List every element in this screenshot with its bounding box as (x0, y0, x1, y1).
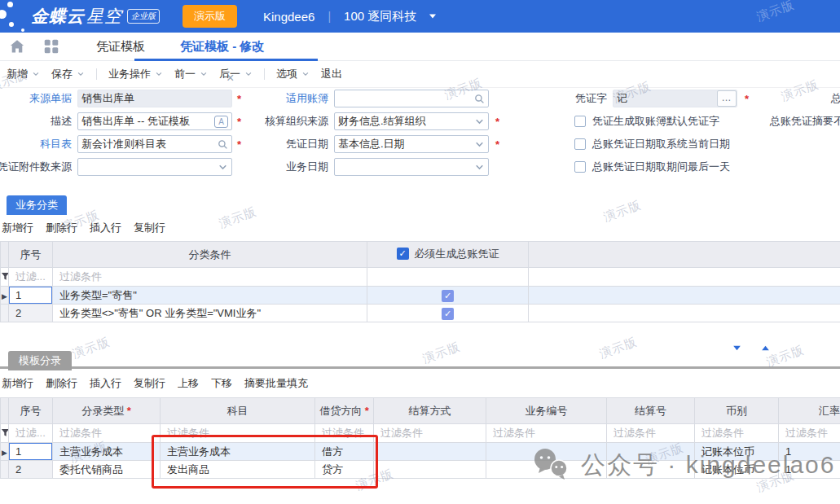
add-row-button[interactable]: 新增行 (2, 376, 33, 391)
settlement-no-cell[interactable] (607, 443, 695, 461)
delete-row-button[interactable]: 删除行 (46, 376, 77, 391)
options-button[interactable]: 选项 (276, 67, 310, 81)
settlement-no-cell[interactable] (607, 461, 695, 479)
new-button[interactable]: 新增 (7, 67, 40, 81)
business-no-cell[interactable] (486, 443, 607, 461)
search-icon[interactable] (218, 139, 228, 150)
tab-template-entries[interactable]: 模板分录 (8, 351, 72, 370)
condition-cell[interactable]: 业务类型="寄售" (53, 287, 367, 305)
direction-cell[interactable]: 借方 (315, 443, 374, 461)
business-operation-button[interactable]: 业务操作 (108, 67, 163, 81)
filter-cell[interactable] (367, 268, 529, 287)
required-asterisk: * (495, 135, 499, 153)
checkbox-unchecked[interactable] (574, 116, 586, 127)
collapse-up-icon[interactable] (760, 343, 771, 353)
copy-row-button[interactable]: 复制行 (134, 376, 165, 391)
filter-cell-condition[interactable]: 过滤条件 (53, 268, 367, 287)
voucher-date-select[interactable]: 基本信息.日期 (334, 135, 489, 153)
tab-voucher-template-edit[interactable]: 凭证模板 - 修改 (172, 33, 355, 60)
add-row-button[interactable]: 新增行 (2, 221, 33, 235)
row-marker-cell: ▶ (1, 287, 9, 305)
app-grid-icon[interactable] (44, 39, 59, 54)
accounting-org-source-select[interactable]: 财务信息.结算组织 (334, 112, 489, 130)
required-asterisk: * (495, 112, 499, 130)
organization-selector[interactable]: 100 逐同科技 (344, 9, 416, 24)
save-button[interactable]: 保存 (51, 67, 85, 81)
entry-type-cell[interactable]: 委托代销商品 (53, 461, 161, 479)
filter-cell-seq[interactable]: 过滤... (9, 268, 53, 287)
exit-button[interactable]: 退出 (321, 67, 342, 81)
empty-cell (529, 305, 840, 322)
applicable-book-field[interactable] (334, 90, 489, 107)
applicable-book-label[interactable]: 适用账簿 (240, 90, 328, 107)
settlement-method-cell[interactable] (374, 461, 486, 479)
next-button[interactable]: 后一 (219, 67, 253, 81)
description-field[interactable]: 销售出库单 -- 凭证模板A (77, 112, 232, 130)
filter-cell[interactable]: 过滤条件 (53, 424, 161, 443)
demo-version-button[interactable]: 演示版 (183, 5, 237, 28)
checkbox-unchecked[interactable] (574, 138, 586, 150)
voucher-template-form: 来源单据 销售出库单 * 适用账簿 凭证字 记 … * 总 描述 销售出库单 -… (0, 88, 840, 195)
row-checkbox-checked[interactable] (442, 308, 454, 320)
exchange-rate-cell[interactable]: 1 (779, 443, 840, 461)
logo-dots-decoration (0, 0, 28, 33)
entry-type-cell[interactable]: 主营业务成本 (53, 443, 161, 461)
org-caret-down-icon[interactable] (428, 11, 438, 21)
condition-cell[interactable]: 业务类型<>"寄售" OR 业务类型="VMI业务" (53, 305, 367, 322)
filter-cell[interactable]: 过滤条件 (695, 424, 779, 443)
seq-cell[interactable]: 1 (9, 443, 53, 461)
previous-button[interactable]: 前一 (174, 67, 208, 81)
copy-row-button[interactable]: 复制行 (134, 221, 165, 235)
clipped-label-right: 总账凭证摘要不 (770, 112, 840, 130)
filter-cell[interactable]: 过滤条件 (779, 424, 840, 443)
document-tabbar: 凭证模板 凭证模板 - 修改 × (0, 33, 840, 61)
chevron-down-icon[interactable] (474, 116, 485, 127)
source-bill-field[interactable]: 销售出库单 (77, 90, 232, 107)
more-options-button[interactable]: … (717, 90, 737, 107)
business-no-cell[interactable] (486, 461, 607, 479)
delete-row-button[interactable]: 删除行 (46, 221, 77, 235)
search-icon[interactable] (474, 94, 485, 104)
filter-cell[interactable]: 过滤条件 (315, 424, 374, 443)
collapse-down-icon[interactable] (732, 343, 742, 353)
filter-cell[interactable]: 过滤条件 (607, 424, 695, 443)
subject-table-field[interactable]: 新会计准则科目表 (77, 135, 232, 153)
row-checkbox-checked[interactable] (442, 290, 454, 302)
voucher-word-field[interactable]: 记 … (613, 90, 737, 107)
attachment-count-source-select[interactable] (77, 158, 232, 176)
chevron-down-icon[interactable] (218, 162, 228, 173)
source-bill-label[interactable]: 来源单据 (0, 90, 72, 107)
exchange-rate-cell[interactable]: 1 (779, 461, 840, 479)
settlement-method-cell[interactable] (374, 443, 486, 461)
move-up-button[interactable]: 上移 (178, 376, 199, 391)
batch-fill-summary-button[interactable]: 摘要批量填充 (244, 376, 308, 391)
filter-cell[interactable]: 过滤条件 (486, 424, 607, 443)
home-icon[interactable] (10, 39, 24, 54)
text-edit-icon[interactable]: A (214, 116, 228, 128)
chevron-down-icon[interactable] (474, 139, 485, 150)
header-checkbox-checked[interactable] (397, 248, 409, 260)
business-date-select[interactable] (334, 158, 489, 176)
account-cell[interactable]: 发出商品 (161, 461, 315, 479)
edition-badge: 企业版 (127, 9, 160, 24)
checkbox-unchecked[interactable] (574, 161, 586, 173)
section-splitter[interactable] (0, 366, 840, 369)
direction-cell[interactable]: 贷方 (315, 461, 374, 479)
filter-cell[interactable]: 过滤条件 (374, 424, 486, 443)
account-cell[interactable]: 主营业务成本 (161, 443, 315, 461)
filter-cell[interactable]: 过滤条件 (161, 424, 315, 443)
move-down-button[interactable]: 下移 (211, 376, 232, 391)
seq-cell[interactable]: 1 (9, 287, 53, 305)
insert-row-button[interactable]: 插入行 (90, 376, 121, 391)
insert-row-button[interactable]: 插入行 (90, 221, 121, 235)
subject-table-label[interactable]: 科目表 (0, 135, 72, 153)
tab-voucher-template[interactable]: 凭证模板 (96, 39, 145, 55)
chevron-down-icon[interactable] (474, 162, 485, 173)
filter-funnel-icon (1, 428, 9, 437)
tab-business-classification[interactable]: 业务分类 (7, 195, 67, 215)
currency-cell[interactable]: 记账本位币 (695, 443, 779, 461)
currency-cell[interactable]: 记账本位币 (695, 461, 779, 479)
seq-cell[interactable]: 2 (9, 461, 53, 479)
seq-cell[interactable]: 2 (9, 305, 53, 322)
filter-cell-seq[interactable]: 过滤... (9, 424, 53, 443)
